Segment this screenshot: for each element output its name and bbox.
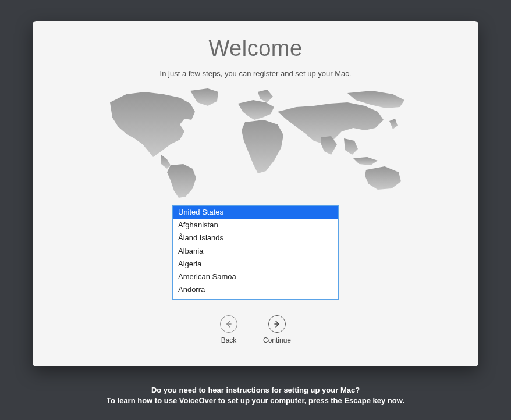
world-map-icon — [93, 86, 418, 200]
country-item[interactable]: American Samoa — [173, 270, 338, 283]
setup-assistant-panel: Welcome In just a few steps, you can reg… — [33, 21, 478, 366]
nav-row: Back Continue — [220, 315, 291, 344]
country-item[interactable]: Angola — [173, 296, 338, 300]
page-title: Welcome — [208, 36, 302, 61]
back-label: Back — [221, 336, 237, 344]
continue-button[interactable]: Continue — [263, 315, 291, 344]
country-item[interactable]: Åland Islands — [173, 232, 338, 244]
country-item[interactable]: Albania — [173, 245, 338, 258]
country-item[interactable]: Andorra — [173, 283, 338, 296]
continue-label: Continue — [263, 336, 291, 344]
back-button[interactable]: Back — [220, 315, 237, 344]
voiceover-hint-line1: Do you need to hear instructions for set… — [0, 385, 511, 396]
country-item[interactable]: Afghanistan — [173, 219, 338, 232]
arrow-left-icon — [220, 315, 237, 333]
arrow-right-icon — [268, 315, 286, 333]
page-subtitle: In just a few steps, you can register an… — [160, 69, 352, 78]
voiceover-hint: Do you need to hear instructions for set… — [0, 385, 511, 406]
country-list[interactable]: United StatesAfghanistanÅland IslandsAlb… — [172, 205, 339, 300]
country-item[interactable]: United States — [173, 206, 338, 219]
country-item[interactable]: Algeria — [173, 258, 338, 270]
voiceover-hint-line2: To learn how to use VoiceOver to set up … — [0, 396, 511, 406]
